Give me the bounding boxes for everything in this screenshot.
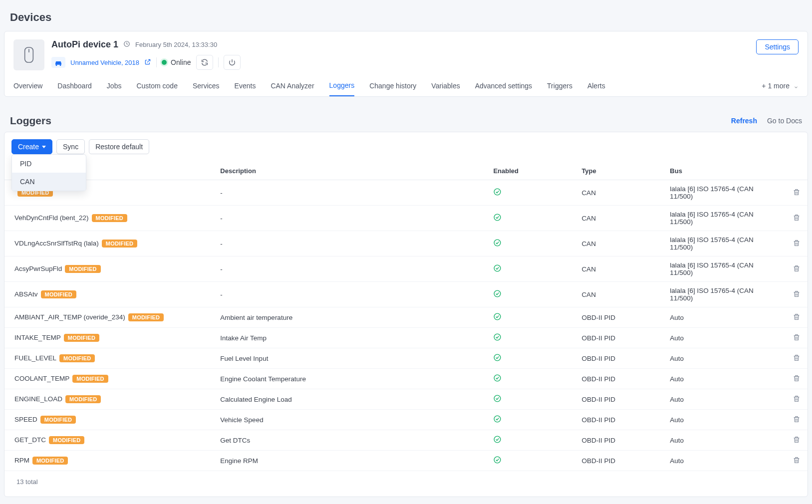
row-description: Fuel Level Input	[213, 348, 486, 369]
dropdown-item-can[interactable]: CAN	[12, 173, 86, 191]
tab-advanced-settings[interactable]: Advanced settings	[475, 78, 532, 96]
vehicle-link[interactable]: Unnamed Vehicle, 2018	[70, 59, 139, 66]
row-description: Get DTCs	[213, 430, 486, 451]
row-name: FUEL_LEVEL	[14, 354, 56, 362]
row-name: AcsyPwrSupFld	[14, 265, 62, 272]
tab-services[interactable]: Services	[193, 78, 220, 96]
tab-variables[interactable]: Variables	[431, 78, 460, 96]
refresh-link[interactable]: Refresh	[731, 117, 757, 125]
modified-badge: MODIFIED	[49, 436, 84, 444]
row-description: -	[213, 180, 486, 206]
tab-loggers[interactable]: Loggers	[329, 77, 355, 96]
modified-badge: MODIFIED	[102, 240, 137, 248]
settings-button[interactable]: Settings	[756, 39, 799, 54]
delete-button[interactable]	[793, 190, 801, 198]
tab-custom-code[interactable]: Custom code	[136, 78, 177, 96]
table-row[interactable]: AcsyPwrSupFldMODIFIED-CANlalala [6] ISO …	[4, 256, 808, 282]
delete-button[interactable]	[793, 335, 801, 343]
check-circle-icon	[493, 335, 502, 343]
table-row[interactable]: VehDynCntFld (bent_22)MODIFIED-CANlalala…	[4, 206, 808, 231]
online-status: Online	[162, 58, 191, 66]
section-title: Loggers	[10, 115, 51, 127]
delete-button[interactable]	[793, 438, 801, 445]
tab-dashboard[interactable]: Dashboard	[57, 78, 92, 96]
tab-triggers[interactable]: Triggers	[547, 78, 572, 96]
check-circle-icon	[493, 417, 502, 425]
device-card: AutoPi device 1 February 5th 2024, 13:33…	[4, 31, 808, 97]
status-dot-icon	[162, 60, 167, 65]
modified-badge: MODIFIED	[59, 354, 95, 362]
row-bus: Auto	[663, 348, 783, 369]
table-row[interactable]: FUEL_LEVELMODIFIEDFuel Level InputOBD-II…	[4, 348, 808, 369]
tab-jobs[interactable]: Jobs	[107, 78, 122, 96]
table-row[interactable]: ABSAtvMODIFIED-CANlalala [6] ISO 15765-4…	[4, 282, 808, 307]
table-row[interactable]: ENGINE_LOADMODIFIEDCalculated Engine Loa…	[4, 389, 808, 410]
delete-button[interactable]	[793, 417, 801, 425]
delete-button[interactable]	[793, 266, 801, 274]
table-row[interactable]: GET_DTCMODIFIEDGet DTCsOBD-II PIDAuto	[4, 430, 808, 451]
svg-point-19	[495, 240, 501, 246]
check-circle-icon	[493, 376, 502, 384]
docs-link[interactable]: Go to Docs	[767, 117, 802, 125]
check-circle-icon	[493, 241, 502, 249]
col-enabled[interactable]: Enabled	[493, 167, 519, 175]
sync-button[interactable]: Sync	[56, 139, 85, 154]
row-description: -	[213, 256, 486, 282]
col-type[interactable]: Type	[581, 167, 596, 175]
svg-point-46	[495, 436, 501, 443]
row-bus: lalala [6] ISO 15765-4 (CAN 11/500)	[663, 180, 783, 206]
tab-can-analyzer[interactable]: CAN Analyzer	[271, 78, 314, 96]
table-row[interactable]: SPEEDMODIFIEDVehicle SpeedOBD-II PIDAuto	[4, 410, 808, 430]
row-name: AMBIANT_AIR_TEMP (overide_234)	[14, 313, 125, 321]
loggers-table: Name Description Enabled Type	[4, 162, 808, 471]
table-row[interactable]: COOLANT_TEMPMODIFIEDEngine Coolant Tempe…	[4, 369, 808, 389]
clock-icon	[123, 40, 130, 49]
check-circle-icon	[493, 190, 502, 198]
tab-alerts[interactable]: Alerts	[587, 78, 605, 96]
delete-button[interactable]	[793, 315, 801, 322]
row-description: Engine Coolant Temperature	[213, 369, 486, 389]
row-description: Ambient air temperature	[213, 307, 486, 328]
delete-button[interactable]	[793, 397, 801, 404]
delete-button[interactable]	[793, 458, 801, 466]
row-type: OBD-II PID	[574, 430, 663, 451]
create-button[interactable]: Create	[11, 139, 52, 154]
delete-button[interactable]	[793, 241, 801, 249]
power-button[interactable]	[224, 55, 241, 70]
tab-events[interactable]: Events	[235, 78, 256, 96]
svg-point-40	[495, 395, 501, 402]
modified-badge: MODIFIED	[72, 375, 108, 383]
delete-button[interactable]	[793, 216, 801, 223]
delete-button[interactable]	[793, 356, 801, 363]
row-description: Engine RPM	[213, 451, 486, 471]
delete-button[interactable]	[793, 376, 801, 384]
dropdown-item-pid[interactable]: PID	[12, 155, 86, 173]
tabs-more[interactable]: + 1 more	[762, 78, 799, 96]
table-row[interactable]: VDLngAccSnrSlfTstRq (lala)MODIFIED-CANla…	[4, 231, 808, 256]
tab-change-history[interactable]: Change history	[369, 78, 416, 96]
tab-overview[interactable]: Overview	[13, 78, 42, 96]
modified-badge: MODIFIED	[32, 457, 68, 465]
col-description[interactable]: Description	[220, 167, 256, 175]
row-bus: lalala [6] ISO 15765-4 (CAN 11/500)	[663, 206, 783, 231]
row-type: CAN	[574, 206, 663, 231]
delete-button[interactable]	[793, 292, 801, 299]
row-type: OBD-II PID	[574, 451, 663, 471]
row-name: COOLANT_TEMP	[14, 375, 69, 382]
table-footer-total: 13 total	[4, 471, 808, 493]
row-name: SPEED	[14, 416, 37, 423]
check-circle-icon	[493, 438, 502, 445]
row-bus: Auto	[663, 328, 783, 348]
chevron-down-icon	[42, 146, 46, 148]
refresh-device-button[interactable]	[196, 55, 213, 70]
check-circle-icon	[493, 397, 502, 404]
col-bus[interactable]: Bus	[670, 167, 682, 175]
table-row[interactable]: AMBIANT_AIR_TEMP (overide_234)MODIFIEDAm…	[4, 307, 808, 328]
row-name: VDLngAccSnrSlfTstRq (lala)	[14, 240, 99, 247]
table-row[interactable]: RPMMODIFIEDEngine RPMOBD-II PIDAuto	[4, 451, 808, 471]
table-row[interactable]: INTAKE_TEMPMODIFIEDIntake Air TempOBD-II…	[4, 328, 808, 348]
table-row[interactable]: MODIFIED-CANlalala [6] ISO 15765-4 (CAN …	[4, 180, 808, 206]
external-link-icon[interactable]	[144, 58, 151, 67]
restore-default-button[interactable]: Restore default	[89, 139, 149, 154]
svg-point-22	[495, 265, 501, 271]
